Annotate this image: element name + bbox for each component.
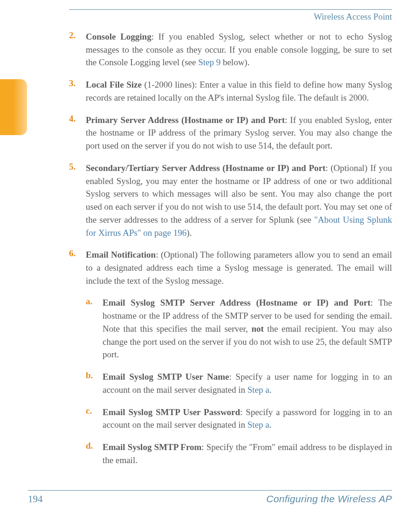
page-footer: 194 Configuring the Wireless AP: [28, 490, 392, 505]
sub-item-c: c. Email Syslog SMTP User Password: Spec…: [86, 406, 392, 431]
item-term: Primary Server Address (Hostname or IP) …: [86, 115, 285, 125]
item-text-b: ).: [186, 228, 192, 238]
sub-term: Email Syslog SMTP User Password: [103, 407, 240, 417]
list-item-3: 3. Local File Size (1-2000 lines): Enter…: [69, 78, 392, 104]
item-marker: 4.: [69, 114, 86, 152]
sub-body: Email Syslog SMTP Server Address (Hostna…: [103, 296, 392, 361]
sub-body: Email Syslog SMTP From: Specify the "Fro…: [103, 441, 392, 466]
xref-link[interactable]: Step 9: [198, 57, 220, 67]
item-body: Console Logging: If you enabled Syslog, …: [86, 30, 392, 69]
sub-emph: not: [251, 324, 263, 334]
item-term: Console Logging: [86, 32, 151, 41]
item-body: Local File Size (1-2000 lines): Enter a …: [86, 78, 392, 104]
sub-body: Email Syslog SMTP User Name: Specify a u…: [103, 370, 392, 396]
sub-text-b: .: [269, 420, 272, 430]
sub-item-b: b. Email Syslog SMTP User Name: Specify …: [86, 370, 392, 396]
header-title: Wireless Access Point: [28, 12, 392, 22]
item-term: Local File Size: [86, 80, 142, 89]
item-marker: 2.: [69, 30, 86, 69]
sub-term: Email Syslog SMTP User Name: [103, 372, 229, 382]
sub-item-d: d. Email Syslog SMTP From: Specify the "…: [86, 441, 392, 466]
item-body: Email Notification: (Optional) The follo…: [86, 248, 392, 287]
item-marker: 3.: [69, 78, 86, 104]
footer-section-title: Configuring the Wireless AP: [266, 493, 392, 505]
sub-list: a. Email Syslog SMTP Server Address (Hos…: [86, 296, 392, 466]
item-term: Email Notification: [86, 250, 156, 260]
item-text-b: below).: [220, 57, 249, 67]
item-body: Secondary/Tertiary Server Address (Hostn…: [86, 162, 392, 239]
sub-marker: a.: [86, 296, 103, 361]
item-term: Secondary/Tertiary Server Address (Hostn…: [86, 163, 325, 173]
main-content: 2. Console Logging: If you enabled Syslo…: [69, 30, 392, 467]
sub-marker: b.: [86, 370, 103, 396]
sub-term: Email Syslog SMTP From: [103, 442, 201, 452]
sub-item-a: a. Email Syslog SMTP Server Address (Hos…: [86, 296, 392, 361]
sub-marker: d.: [86, 441, 103, 466]
header-rule: [69, 9, 392, 10]
list-item-4: 4. Primary Server Address (Hostname or I…: [69, 114, 392, 152]
sub-body: Email Syslog SMTP User Password: Specify…: [103, 406, 392, 431]
xref-link[interactable]: Step a: [248, 385, 269, 395]
list-item-6: 6. Email Notification: (Optional) The fo…: [69, 248, 392, 287]
list-item-5: 5. Secondary/Tertiary Server Address (Ho…: [69, 162, 392, 239]
sub-term: Email Syslog SMTP Server Address (Hostna…: [103, 298, 371, 307]
list-item-2: 2. Console Logging: If you enabled Syslo…: [69, 30, 392, 69]
page-number: 194: [28, 493, 43, 505]
item-marker: 5.: [69, 162, 86, 239]
item-body: Primary Server Address (Hostname or IP) …: [86, 114, 392, 152]
footer-rule: [28, 490, 392, 491]
sub-marker: c.: [86, 406, 103, 431]
sub-text-b: .: [269, 385, 272, 395]
item-marker: 6.: [69, 248, 86, 287]
xref-link[interactable]: Step a: [248, 420, 269, 430]
